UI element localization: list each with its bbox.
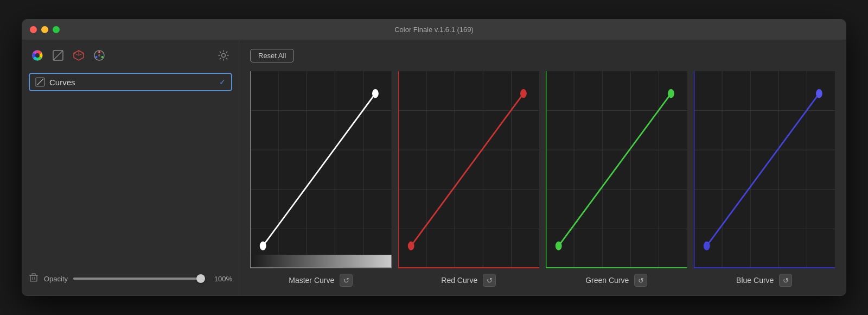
red-curve-label-row: Red Curve ↺ xyxy=(398,274,540,287)
svg-point-48 xyxy=(407,242,414,251)
svg-line-15 xyxy=(37,79,43,85)
traffic-lights xyxy=(30,26,60,33)
green-curve-label: Green Curve xyxy=(585,276,629,285)
green-curve-svg xyxy=(546,71,687,268)
green-curve-reset-button[interactable]: ↺ xyxy=(634,274,647,287)
blue-curve-label-row: Blue Curve ↺ xyxy=(694,274,835,287)
sidebar: Curves ✓ Opaci xyxy=(22,40,239,295)
opacity-fill xyxy=(73,278,205,280)
svg-point-12 xyxy=(98,54,100,56)
opacity-row: Opacity 100% xyxy=(29,268,232,289)
curves-item-left: Curves xyxy=(35,77,75,87)
minimize-button[interactable] xyxy=(41,26,48,33)
svg-point-13 xyxy=(222,54,226,58)
curves-effect-item[interactable]: Curves ✓ xyxy=(29,73,232,91)
curves-effect-label: Curves xyxy=(49,78,75,87)
trash-icon xyxy=(29,273,39,282)
gear-icon xyxy=(218,49,229,61)
green-curve-label-row: Green Curve ↺ xyxy=(546,274,687,287)
red-curve-canvas[interactable] xyxy=(398,71,540,268)
master-curve-label: Master Curve xyxy=(289,276,334,285)
red-curve-panel: Red Curve ↺ xyxy=(398,71,540,287)
toolbar-left xyxy=(29,47,108,64)
svg-point-77 xyxy=(815,89,822,98)
svg-point-49 xyxy=(520,89,526,98)
blue-curve-reset-button[interactable]: ↺ xyxy=(779,274,792,287)
svg-point-1 xyxy=(35,53,40,58)
master-curve-reset-button[interactable]: ↺ xyxy=(340,274,353,287)
opacity-slider[interactable] xyxy=(73,278,205,280)
master-curve-top-dot xyxy=(372,89,379,98)
master-curve-svg xyxy=(250,71,392,268)
green-curve-canvas[interactable] xyxy=(546,71,687,268)
svg-point-76 xyxy=(703,242,710,251)
curves-effect-icon xyxy=(35,77,45,87)
mask-tool-button[interactable] xyxy=(49,47,67,64)
settings-button[interactable] xyxy=(215,47,232,64)
svg-rect-16 xyxy=(30,275,37,281)
red-curve-label: Red Curve xyxy=(441,276,477,285)
window-title: Color Finale v.1.6.1 (169) xyxy=(394,26,474,34)
delete-button[interactable] xyxy=(29,273,39,285)
master-curve-bottom-dot xyxy=(260,242,266,251)
svg-point-63 xyxy=(668,89,674,98)
wheels-tool-button[interactable] xyxy=(91,47,108,64)
svg-point-62 xyxy=(556,242,562,251)
master-curve-label-row: Master Curve ↺ xyxy=(250,274,392,287)
main-content: Curves ✓ Opaci xyxy=(22,40,846,295)
svg-point-11 xyxy=(95,56,98,58)
master-curve-panel: Master Curve ↺ xyxy=(250,71,392,287)
svg-rect-32 xyxy=(250,255,392,268)
right-panel: Reset All xyxy=(239,40,846,295)
svg-point-10 xyxy=(101,56,104,58)
maximize-button[interactable] xyxy=(53,26,60,33)
curves-enabled-check[interactable]: ✓ xyxy=(219,78,226,86)
green-curve-panel: Green Curve ↺ xyxy=(546,71,687,287)
app-window: Color Finale v.1.6.1 (169) xyxy=(22,19,846,296)
reset-all-button[interactable]: Reset All xyxy=(250,49,294,62)
wheels-icon xyxy=(93,49,105,61)
blue-curve-label: Blue Curve xyxy=(736,276,774,285)
opacity-thumb[interactable] xyxy=(196,274,205,283)
lut-tool-button[interactable] xyxy=(70,47,87,64)
blue-curve-panel: Blue Curve ↺ xyxy=(694,71,835,287)
mask-icon xyxy=(52,49,64,61)
titlebar: Color Finale v.1.6.1 (169) xyxy=(22,20,846,40)
close-button[interactable] xyxy=(30,26,37,33)
opacity-label: Opacity xyxy=(44,275,68,283)
cube-icon xyxy=(73,49,85,61)
master-curve-canvas[interactable] xyxy=(250,71,392,268)
blue-curve-svg xyxy=(694,71,835,268)
opacity-value: 100% xyxy=(210,275,232,283)
svg-line-7 xyxy=(79,53,84,55)
opacity-track xyxy=(73,278,205,280)
blue-curve-canvas[interactable] xyxy=(694,71,835,268)
svg-line-3 xyxy=(53,51,63,60)
sidebar-spacer xyxy=(29,91,232,268)
colorwheel-tool-button[interactable] xyxy=(29,47,46,64)
red-curve-reset-button[interactable]: ↺ xyxy=(483,274,496,287)
svg-line-6 xyxy=(74,53,79,55)
curves-grid: Master Curve ↺ xyxy=(250,71,835,287)
svg-point-9 xyxy=(98,51,100,53)
toolbar-icons xyxy=(29,47,232,64)
red-curve-svg xyxy=(398,71,540,268)
colorwheel-icon xyxy=(31,49,43,61)
